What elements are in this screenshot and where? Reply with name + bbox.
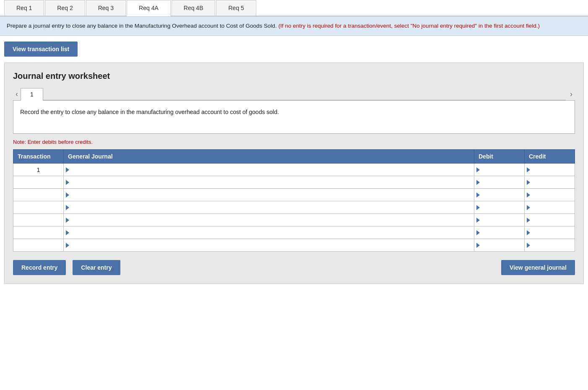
cell-arrow-icon — [527, 205, 530, 210]
tab-req4a[interactable]: Req 4A — [127, 0, 171, 16]
general-journal-input[interactable] — [69, 214, 474, 226]
table-row — [13, 226, 575, 239]
credit-input[interactable] — [530, 226, 575, 239]
credit-cell[interactable] — [525, 164, 575, 176]
credit-cell[interactable] — [525, 176, 575, 189]
credit-input[interactable] — [530, 164, 575, 176]
tab-req2[interactable]: Req 2 — [45, 0, 85, 16]
credit-input[interactable] — [530, 239, 575, 251]
col-header-credit: Credit — [525, 150, 575, 164]
general-journal-input[interactable] — [69, 226, 474, 239]
debit-input[interactable] — [480, 189, 524, 201]
cell-arrow-icon — [527, 167, 530, 172]
credit-cell[interactable] — [525, 189, 575, 201]
instruction-banner: Prepare a journal entry to close any bal… — [0, 16, 588, 36]
tab-req4b[interactable]: Req 4B — [172, 0, 216, 16]
general-journal-input[interactable] — [69, 189, 474, 201]
general-journal-cell[interactable] — [64, 176, 474, 189]
general-journal-cell[interactable] — [64, 239, 474, 252]
debit-cell[interactable] — [474, 201, 525, 214]
debit-cell[interactable] — [474, 164, 525, 176]
debit-input[interactable] — [480, 164, 524, 176]
credit-cell[interactable] — [525, 239, 575, 252]
next-entry-arrow[interactable]: › — [567, 88, 575, 100]
table-row — [13, 189, 575, 201]
table-row — [13, 201, 575, 214]
transaction-cell — [13, 226, 64, 239]
credit-input[interactable] — [530, 176, 575, 188]
tab-navigator-row: ‹ 1 › — [13, 88, 575, 100]
cell-arrow-icon — [527, 218, 530, 223]
col-header-general-journal: General Journal — [64, 150, 474, 164]
table-row — [13, 214, 575, 226]
debit-cell[interactable] — [474, 176, 525, 189]
credit-input[interactable] — [530, 189, 575, 201]
cell-arrow-icon — [527, 230, 530, 235]
general-journal-input[interactable] — [69, 239, 474, 251]
debit-input[interactable] — [480, 176, 524, 188]
general-journal-input[interactable] — [69, 164, 474, 176]
credit-input[interactable] — [530, 214, 575, 226]
journal-table: Transaction General Journal Debit Credit… — [13, 149, 575, 252]
worksheet-title: Journal entry worksheet — [13, 71, 575, 81]
cell-arrow-icon — [66, 243, 69, 248]
cell-arrow-icon — [476, 205, 480, 210]
debit-cell[interactable] — [474, 226, 525, 239]
debit-input[interactable] — [480, 226, 524, 239]
cell-arrow-icon — [527, 180, 530, 185]
cell-arrow-icon — [476, 218, 480, 223]
entry-description-box: Record the entry to close any balance in… — [13, 100, 575, 134]
debit-input[interactable] — [480, 201, 524, 213]
prev-entry-arrow[interactable]: ‹ — [13, 88, 21, 100]
credit-cell[interactable] — [525, 226, 575, 239]
instruction-main-text: Prepare a journal entry to close any bal… — [7, 23, 277, 29]
instruction-red-text: (If no entry is required for a transacti… — [278, 23, 540, 29]
view-transaction-list-button[interactable]: View transaction list — [4, 42, 78, 57]
action-buttons-row: Record entry Clear entry View general jo… — [13, 260, 575, 275]
table-row — [13, 176, 575, 189]
record-entry-button[interactable]: Record entry — [13, 260, 66, 275]
tab-req3[interactable]: Req 3 — [86, 0, 126, 16]
cell-arrow-icon — [66, 205, 69, 210]
tab-req1[interactable]: Req 1 — [4, 0, 44, 16]
col-header-transaction: Transaction — [13, 150, 64, 164]
tabs-bar: Req 1 Req 2 Req 3 Req 4A Req 4B Req 5 — [0, 0, 588, 16]
note-text: Note: Enter debits before credits. — [13, 139, 575, 145]
cell-arrow-icon — [527, 243, 530, 248]
general-journal-cell[interactable] — [64, 164, 474, 176]
tab-nav-line — [43, 100, 566, 100]
cell-arrow-icon — [476, 230, 480, 235]
debit-input[interactable] — [480, 239, 524, 251]
cell-arrow-icon — [66, 180, 69, 185]
cell-arrow-icon — [476, 180, 480, 185]
debit-cell[interactable] — [474, 189, 525, 201]
general-journal-cell[interactable] — [64, 189, 474, 201]
transaction-cell — [13, 214, 64, 226]
debit-cell[interactable] — [474, 239, 525, 252]
tab-req5[interactable]: Req 5 — [216, 0, 256, 16]
transaction-cell — [13, 201, 64, 214]
view-general-journal-button[interactable]: View general journal — [501, 260, 575, 275]
worksheet-container: Journal entry worksheet ‹ 1 › Record the… — [4, 62, 584, 284]
clear-entry-button[interactable]: Clear entry — [73, 260, 120, 275]
credit-cell[interactable] — [525, 214, 575, 226]
cell-arrow-icon — [66, 167, 69, 172]
general-journal-input[interactable] — [69, 201, 474, 213]
general-journal-cell[interactable] — [64, 201, 474, 214]
credit-input[interactable] — [530, 201, 575, 213]
debit-input[interactable] — [480, 214, 524, 226]
cell-arrow-icon — [66, 230, 69, 235]
general-journal-cell[interactable] — [64, 226, 474, 239]
credit-cell[interactable] — [525, 201, 575, 214]
cell-arrow-icon — [66, 218, 69, 223]
cell-arrow-icon — [66, 192, 69, 198]
transaction-cell — [13, 176, 64, 189]
general-journal-cell[interactable] — [64, 214, 474, 226]
debit-cell[interactable] — [474, 214, 525, 226]
entry-tab-1[interactable]: 1 — [21, 88, 43, 101]
table-row: 1 — [13, 164, 575, 176]
cell-arrow-icon — [476, 167, 480, 172]
general-journal-input[interactable] — [69, 176, 474, 188]
transaction-cell — [13, 239, 64, 252]
transaction-list-btn-wrap: View transaction list — [0, 36, 588, 62]
